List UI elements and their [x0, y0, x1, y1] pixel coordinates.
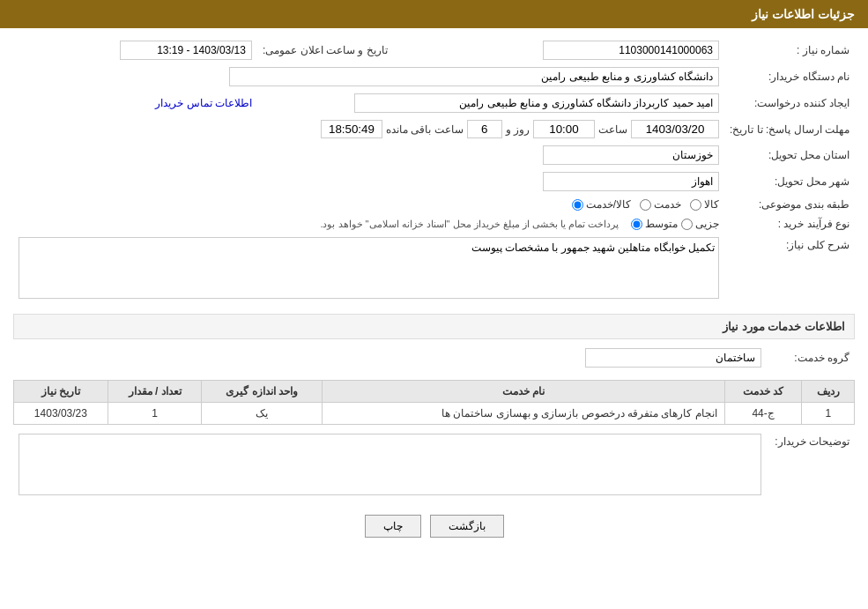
- deadline-date-input[interactable]: [631, 120, 719, 138]
- row-city: شهر محل تحویل:: [13, 168, 855, 195]
- services-table-header-row: ردیف کد خدمت نام خدمت واحد اندازه گیری ت…: [14, 381, 855, 403]
- cell-date: 1403/03/23: [14, 403, 108, 425]
- row-creator: ایجاد کننده درخواست: اطلاعات تماس خریدار: [13, 90, 855, 116]
- page-wrapper: جزئیات اطلاعات نیاز شماره نیاز : تاریخ و…: [0, 0, 868, 609]
- row-buyer-notes: توضیحات خریدار:: [13, 430, 855, 501]
- row-service-group: گروه خدمت:: [13, 345, 855, 371]
- deadline-days-input[interactable]: [467, 120, 502, 138]
- deadline-time-label: ساعت: [598, 123, 627, 136]
- page-title: جزئیات اطلاعات نیاز: [752, 7, 855, 21]
- row-deadline: مهلت ارسال پاسخ: تا تاریخ: ساعت روز و سا…: [13, 116, 855, 142]
- purchase-note: پرداخت تمام یا بخشی از مبلغ خریداز محل "…: [320, 219, 619, 230]
- table-row: 1 ج-44 انجام کارهای متفرقه درخصوص بازساز…: [14, 403, 855, 425]
- deadline-remain-label: ساعت باقی مانده: [386, 123, 464, 136]
- province-label: استان محل تحویل:: [724, 142, 855, 168]
- city-input[interactable]: [543, 172, 719, 191]
- contact-link[interactable]: اطلاعات تماس خریدار: [155, 97, 252, 109]
- announce-date-label: تاریخ و ساعت اعلان عمومی:: [257, 37, 405, 63]
- creator-input[interactable]: [354, 93, 719, 113]
- purchase-jozii-label[interactable]: جزیی: [681, 218, 719, 230]
- cell-name: انجام کارهای متفرقه درخصوص بازسازی و بهس…: [323, 403, 725, 425]
- cat-kala-khedmat-label[interactable]: کالا/خدمت: [572, 198, 631, 211]
- buyer-name-input[interactable]: [229, 67, 719, 86]
- province-input[interactable]: [543, 145, 719, 165]
- buyer-notes-table: توضیحات خریدار:: [13, 430, 855, 501]
- purchase-jozii-text: جزیی: [695, 218, 719, 230]
- need-number-label: شماره نیاز :: [724, 37, 855, 63]
- cell-unit: یک: [202, 403, 323, 425]
- deadline-time-input[interactable]: [533, 120, 595, 138]
- row-category: طبقه بندی موضوعی: کالا خدمت کالا/خدمت: [13, 195, 855, 214]
- cell-quantity: 1: [108, 403, 202, 425]
- service-group-table: گروه خدمت:: [13, 345, 855, 371]
- purchase-jozii-radio[interactable]: [681, 219, 693, 230]
- services-section-title: اطلاعات خدمات مورد نیاز: [13, 314, 855, 339]
- purchase-type-label: نوع فرآیند خرید :: [724, 214, 855, 234]
- deadline-label: مهلت ارسال پاسخ: تا تاریخ:: [724, 116, 855, 142]
- row-province: استان محل تحویل:: [13, 142, 855, 168]
- purchase-motavasset-radio[interactable]: [631, 219, 642, 230]
- creator-label: ایجاد کننده درخواست:: [724, 90, 855, 116]
- col-date: تاریخ نیاز: [14, 381, 108, 403]
- cat-kala-khedmat-text: کالا/خدمت: [586, 198, 631, 211]
- description-textarea[interactable]: تکمیل خوابگاه متاهلین شهید جمهور با مشخص…: [19, 237, 719, 299]
- cell-code: ج-44: [724, 403, 802, 425]
- need-number-input[interactable]: [543, 41, 719, 60]
- cat-khedmat-text: خدمت: [654, 198, 681, 211]
- cat-kala-label[interactable]: کالا: [690, 198, 719, 211]
- cat-kala-radio[interactable]: [690, 199, 701, 211]
- cell-row-num: 1: [802, 403, 855, 425]
- cat-khedmat-label[interactable]: خدمت: [640, 198, 681, 211]
- purchase-motavasset-label[interactable]: متوسط: [631, 218, 678, 230]
- buttons-row: بازگشت چاپ: [13, 515, 855, 538]
- deadline-days-label: روز و: [506, 123, 530, 136]
- services-table: ردیف کد خدمت نام خدمت واحد اندازه گیری ت…: [13, 380, 855, 425]
- print-button[interactable]: چاپ: [365, 515, 421, 538]
- col-service-code: کد خدمت: [724, 381, 802, 403]
- col-quantity: تعداد / مقدار: [108, 381, 202, 403]
- deadline-remain-input[interactable]: [321, 120, 382, 138]
- row-buyer-name: نام دستگاه خریدار:: [13, 63, 855, 90]
- row-need-number: شماره نیاز : تاریخ و ساعت اعلان عمومی:: [13, 37, 855, 63]
- city-label: شهر محل تحویل:: [724, 168, 855, 195]
- content-area: شماره نیاز : تاریخ و ساعت اعلان عمومی: ن…: [0, 28, 868, 555]
- buyer-name-label: نام دستگاه خریدار:: [724, 63, 855, 90]
- purchase-motavasset-text: متوسط: [645, 218, 678, 230]
- service-group-label: گروه خدمت:: [767, 345, 855, 371]
- cat-khedmat-radio[interactable]: [640, 199, 651, 211]
- category-label: طبقه بندی موضوعی:: [724, 195, 855, 214]
- description-label: شرح کلی نیاز:: [724, 234, 855, 305]
- row-description: شرح کلی نیاز: تکمیل خوابگاه متاهلین شهید…: [13, 234, 855, 305]
- buyer-notes-textarea[interactable]: [19, 434, 761, 495]
- buyer-notes-label: توضیحات خریدار:: [767, 430, 855, 501]
- main-form-table: شماره نیاز : تاریخ و ساعت اعلان عمومی: ن…: [13, 37, 855, 305]
- col-unit: واحد اندازه گیری: [202, 381, 323, 403]
- col-row-num: ردیف: [802, 381, 855, 403]
- page-header: جزئیات اطلاعات نیاز: [0, 0, 868, 28]
- cat-kala-khedmat-radio[interactable]: [572, 199, 583, 211]
- back-button[interactable]: بازگشت: [430, 515, 504, 538]
- announce-date-input[interactable]: [120, 41, 252, 60]
- service-group-input[interactable]: [585, 348, 761, 368]
- cat-kala-text: کالا: [704, 198, 719, 211]
- row-purchase-type: نوع فرآیند خرید : جزیی متوسط پرداخت تمام…: [13, 214, 855, 234]
- col-service-name: نام خدمت: [323, 381, 725, 403]
